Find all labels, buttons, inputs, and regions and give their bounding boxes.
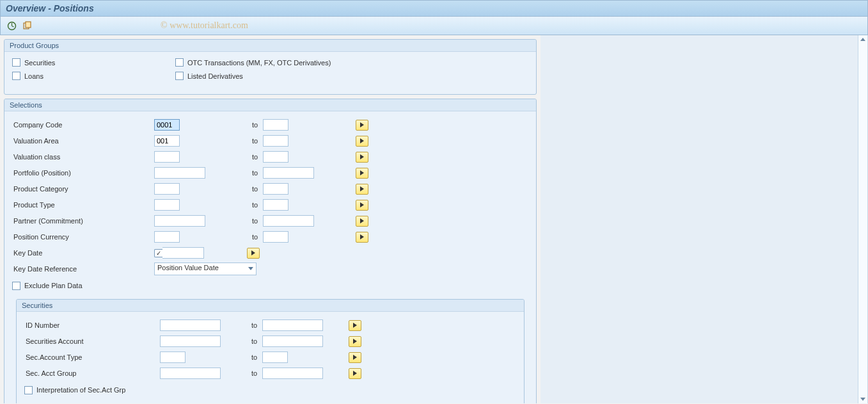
watermark-text: © www.tutorialkart.com [161, 20, 248, 31]
key-date-multi-icon[interactable] [247, 248, 260, 259]
otc-checkbox[interactable] [175, 58, 184, 67]
page-title: Overview - Positions [6, 3, 94, 13]
product-type-label: Product Type [12, 201, 154, 209]
portfolio-label: Portfolio (Position) [12, 169, 154, 177]
position-currency-multi-icon[interactable] [356, 232, 368, 243]
selections-heading: Selections [4, 99, 536, 111]
company-code-label: Company Code [12, 121, 154, 129]
key-date-label: Key Date [12, 249, 154, 257]
acct-type-to[interactable] [262, 351, 288, 363]
execute-icon[interactable] [6, 20, 17, 31]
acct-group-to[interactable] [262, 368, 323, 379]
valuation-area-to[interactable] [263, 135, 288, 147]
product-groups-panel: Product Groups Securities OTC Transactio… [4, 39, 537, 95]
svg-line-2 [12, 26, 13, 27]
securities-heading: Securities [17, 300, 524, 312]
sec-account-label: Securities Account [24, 337, 160, 345]
portfolio-to[interactable] [263, 167, 314, 179]
key-date-ref-label: Key Date Reference [12, 265, 154, 273]
acct-group-label: Sec. Acct Group [24, 369, 160, 377]
valuation-area-label: Valuation Area [12, 137, 154, 145]
sec-account-from[interactable] [160, 335, 221, 347]
acct-group-multi-icon[interactable] [349, 368, 361, 379]
exclude-plan-label: Exclude Plan Data [24, 282, 83, 289]
id-number-label: ID Number [24, 321, 160, 329]
valuation-area-multi-icon[interactable] [356, 136, 368, 147]
page-title-bar: Overview - Positions [0, 0, 868, 17]
partner-from[interactable] [154, 215, 205, 227]
acct-type-from[interactable] [160, 351, 185, 363]
valuation-area-from[interactable] [154, 135, 180, 147]
key-date-checkbox[interactable] [154, 249, 162, 257]
key-date-ref-value: Position Value Date [157, 264, 219, 271]
valuation-class-label: Valuation class [12, 153, 154, 161]
id-number-multi-icon[interactable] [349, 320, 361, 331]
valuation-class-multi-icon[interactable] [356, 152, 368, 163]
partner-to[interactable] [263, 215, 314, 227]
acct-type-label: Sec.Account Type [24, 353, 160, 361]
app-toolbar: © www.tutorialkart.com [0, 17, 868, 35]
sec-account-to[interactable] [262, 335, 323, 347]
position-currency-from[interactable] [154, 231, 180, 243]
partner-multi-icon[interactable] [356, 216, 368, 227]
valuation-class-to[interactable] [263, 151, 288, 163]
securities-panel: Securities ID Number to Securities Accou… [16, 299, 525, 403]
company-code-to[interactable] [263, 119, 288, 131]
right-gutter [541, 35, 868, 403]
acct-group-from[interactable] [160, 368, 221, 379]
portfolio-from[interactable] [154, 167, 205, 179]
chevron-down-icon [248, 267, 253, 270]
securities-checkbox[interactable] [12, 58, 20, 67]
vertical-scrollbar[interactable] [858, 35, 868, 403]
product-type-from[interactable] [154, 199, 180, 211]
key-date-input[interactable] [162, 247, 204, 259]
product-category-to[interactable] [263, 183, 288, 195]
id-number-to[interactable] [262, 319, 323, 331]
company-code-multi-icon[interactable] [356, 120, 368, 131]
sec-account-multi-icon[interactable] [349, 336, 361, 347]
product-type-to[interactable] [263, 199, 288, 211]
main-area: Product Groups Securities OTC Transactio… [0, 35, 541, 403]
variant-icon[interactable] [21, 20, 33, 31]
interpretation-checkbox[interactable] [24, 386, 33, 394]
to-label: to [247, 121, 263, 129]
id-number-from[interactable] [160, 319, 221, 331]
listed-checkbox[interactable] [175, 72, 184, 80]
securities-label: Securities [24, 59, 55, 67]
key-date-ref-select[interactable]: Position Value Date [154, 263, 256, 275]
interpretation-label: Interpretation of Sec.Act Grp [36, 386, 125, 394]
valuation-class-from[interactable] [154, 151, 180, 163]
selections-panel: Selections Company Code to Valuation Are… [4, 99, 537, 403]
acct-type-multi-icon[interactable] [349, 352, 361, 363]
otc-label: OTC Transactions (MM, FX, OTC Derivative… [187, 59, 331, 67]
product-category-multi-icon[interactable] [356, 184, 368, 195]
loans-checkbox[interactable] [12, 72, 20, 80]
loans-label: Loans [24, 72, 43, 80]
product-category-from[interactable] [154, 183, 180, 195]
content-wrap: Product Groups Securities OTC Transactio… [0, 35, 868, 403]
listed-label: Listed Derivatives [187, 72, 243, 80]
svg-rect-4 [26, 22, 31, 28]
position-currency-to[interactable] [263, 231, 288, 243]
partner-label: Partner (Commitment) [12, 217, 154, 225]
product-groups-heading: Product Groups [4, 40, 536, 52]
exclude-plan-checkbox[interactable] [12, 282, 20, 290]
portfolio-multi-icon[interactable] [356, 168, 368, 179]
company-code-from[interactable] [154, 119, 180, 131]
product-type-multi-icon[interactable] [356, 200, 368, 211]
position-currency-label: Position Currency [12, 233, 154, 241]
product-category-label: Product Category [12, 185, 154, 193]
